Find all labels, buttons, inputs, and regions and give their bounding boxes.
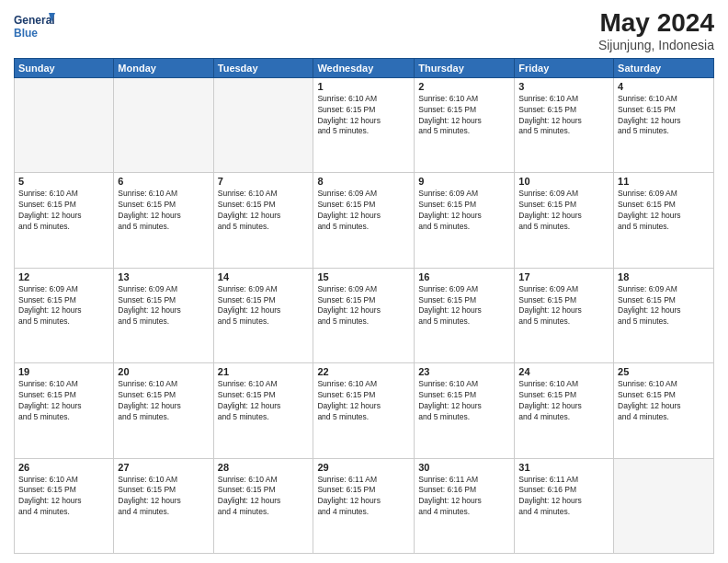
day-info: Sunrise: 6:10 AM Sunset: 6:15 PM Dayligh… [618, 94, 710, 138]
day-number: 13 [118, 271, 209, 282]
day-info: Sunrise: 6:09 AM Sunset: 6:15 PM Dayligh… [118, 284, 209, 328]
day-cell [114, 77, 213, 172]
week-row-1: 1Sunrise: 6:10 AM Sunset: 6:15 PM Daylig… [15, 77, 714, 172]
day-info: Sunrise: 6:09 AM Sunset: 6:15 PM Dayligh… [518, 189, 609, 233]
day-number: 27 [118, 462, 209, 473]
day-info: Sunrise: 6:09 AM Sunset: 6:15 PM Dayligh… [618, 284, 710, 328]
day-info: Sunrise: 6:11 AM Sunset: 6:16 PM Dayligh… [518, 475, 609, 519]
day-info: Sunrise: 6:10 AM Sunset: 6:15 PM Dayligh… [18, 475, 109, 519]
day-info: Sunrise: 6:10 AM Sunset: 6:15 PM Dayligh… [218, 189, 310, 233]
day-info: Sunrise: 6:10 AM Sunset: 6:15 PM Dayligh… [118, 475, 209, 519]
day-cell: 18Sunrise: 6:09 AM Sunset: 6:15 PM Dayli… [614, 268, 714, 362]
day-cell: 22Sunrise: 6:10 AM Sunset: 6:15 PM Dayli… [313, 363, 415, 458]
day-number: 5 [18, 176, 109, 187]
day-cell: 29Sunrise: 6:11 AM Sunset: 6:15 PM Dayli… [313, 458, 415, 553]
day-cell: 13Sunrise: 6:09 AM Sunset: 6:15 PM Dayli… [114, 268, 213, 362]
header-friday: Friday [515, 58, 614, 77]
day-info: Sunrise: 6:10 AM Sunset: 6:15 PM Dayligh… [118, 189, 209, 233]
day-number: 3 [518, 81, 609, 92]
day-number: 1 [317, 81, 410, 92]
header-thursday: Thursday [415, 58, 515, 77]
day-info: Sunrise: 6:10 AM Sunset: 6:15 PM Dayligh… [518, 94, 609, 138]
day-cell [15, 77, 114, 172]
day-info: Sunrise: 6:10 AM Sunset: 6:15 PM Dayligh… [218, 379, 310, 423]
svg-text:Blue: Blue [14, 27, 38, 40]
day-cell: 4Sunrise: 6:10 AM Sunset: 6:15 PM Daylig… [614, 77, 714, 172]
day-number: 24 [518, 366, 609, 377]
day-number: 10 [518, 176, 609, 187]
day-info: Sunrise: 6:09 AM Sunset: 6:15 PM Dayligh… [418, 189, 510, 233]
week-row-2: 5Sunrise: 6:10 AM Sunset: 6:15 PM Daylig… [15, 173, 714, 268]
day-number: 14 [218, 271, 310, 282]
day-cell: 15Sunrise: 6:09 AM Sunset: 6:15 PM Dayli… [313, 268, 415, 362]
header-saturday: Saturday [614, 58, 714, 77]
day-info: Sunrise: 6:09 AM Sunset: 6:15 PM Dayligh… [317, 189, 410, 233]
day-info: Sunrise: 6:10 AM Sunset: 6:15 PM Dayligh… [317, 94, 410, 138]
day-cell: 24Sunrise: 6:10 AM Sunset: 6:15 PM Dayli… [515, 363, 614, 458]
week-row-3: 12Sunrise: 6:09 AM Sunset: 6:15 PM Dayli… [15, 268, 714, 362]
calendar-table: Sunday Monday Tuesday Wednesday Thursday… [14, 58, 714, 554]
weekday-header-row: Sunday Monday Tuesday Wednesday Thursday… [15, 58, 714, 77]
day-info: Sunrise: 6:10 AM Sunset: 6:15 PM Dayligh… [18, 379, 109, 423]
header-sunday: Sunday [15, 58, 114, 77]
day-cell: 17Sunrise: 6:09 AM Sunset: 6:15 PM Dayli… [515, 268, 614, 362]
day-number: 16 [418, 271, 510, 282]
day-info: Sunrise: 6:10 AM Sunset: 6:15 PM Dayligh… [218, 475, 310, 519]
page: General Blue May 2024 Sijunjung, Indones… [0, 0, 728, 563]
day-info: Sunrise: 6:10 AM Sunset: 6:15 PM Dayligh… [418, 94, 510, 138]
day-cell: 27Sunrise: 6:10 AM Sunset: 6:15 PM Dayli… [114, 458, 213, 553]
day-number: 25 [618, 366, 710, 377]
day-number: 18 [618, 271, 710, 282]
header-monday: Monday [114, 58, 213, 77]
day-info: Sunrise: 6:09 AM Sunset: 6:15 PM Dayligh… [618, 189, 710, 233]
day-cell [614, 458, 714, 553]
day-cell: 21Sunrise: 6:10 AM Sunset: 6:15 PM Dayli… [213, 363, 313, 458]
day-number: 12 [18, 271, 109, 282]
day-cell: 19Sunrise: 6:10 AM Sunset: 6:15 PM Dayli… [15, 363, 114, 458]
day-cell: 6Sunrise: 6:10 AM Sunset: 6:15 PM Daylig… [114, 173, 213, 268]
day-number: 30 [418, 462, 510, 473]
day-number: 7 [218, 176, 310, 187]
day-cell: 23Sunrise: 6:10 AM Sunset: 6:15 PM Dayli… [415, 363, 515, 458]
logo-svg: General Blue [14, 9, 55, 44]
day-cell: 12Sunrise: 6:09 AM Sunset: 6:15 PM Dayli… [15, 268, 114, 362]
day-info: Sunrise: 6:11 AM Sunset: 6:16 PM Dayligh… [418, 475, 510, 519]
day-number: 20 [118, 366, 209, 377]
day-info: Sunrise: 6:09 AM Sunset: 6:15 PM Dayligh… [317, 284, 410, 328]
day-cell: 7Sunrise: 6:10 AM Sunset: 6:15 PM Daylig… [213, 173, 313, 268]
day-cell: 31Sunrise: 6:11 AM Sunset: 6:16 PM Dayli… [515, 458, 614, 553]
day-cell: 9Sunrise: 6:09 AM Sunset: 6:15 PM Daylig… [415, 173, 515, 268]
header-tuesday: Tuesday [213, 58, 313, 77]
day-number: 2 [418, 81, 510, 92]
day-info: Sunrise: 6:10 AM Sunset: 6:15 PM Dayligh… [518, 379, 609, 423]
day-number: 29 [317, 462, 410, 473]
day-cell: 25Sunrise: 6:10 AM Sunset: 6:15 PM Dayli… [614, 363, 714, 458]
day-info: Sunrise: 6:10 AM Sunset: 6:15 PM Dayligh… [118, 379, 209, 423]
day-info: Sunrise: 6:10 AM Sunset: 6:15 PM Dayligh… [618, 379, 710, 423]
day-number: 21 [218, 366, 310, 377]
day-number: 22 [317, 366, 410, 377]
month-year: May 2024 [598, 9, 714, 38]
day-info: Sunrise: 6:10 AM Sunset: 6:15 PM Dayligh… [18, 189, 109, 233]
title-block: May 2024 Sijunjung, Indonesia [598, 9, 714, 52]
day-cell: 10Sunrise: 6:09 AM Sunset: 6:15 PM Dayli… [515, 173, 614, 268]
day-number: 4 [618, 81, 710, 92]
day-info: Sunrise: 6:09 AM Sunset: 6:15 PM Dayligh… [518, 284, 609, 328]
day-cell: 20Sunrise: 6:10 AM Sunset: 6:15 PM Dayli… [114, 363, 213, 458]
day-number: 11 [618, 176, 710, 187]
day-number: 23 [418, 366, 510, 377]
svg-text:General: General [14, 14, 55, 27]
day-number: 9 [418, 176, 510, 187]
day-number: 6 [118, 176, 209, 187]
day-cell: 28Sunrise: 6:10 AM Sunset: 6:15 PM Dayli… [213, 458, 313, 553]
day-cell: 26Sunrise: 6:10 AM Sunset: 6:15 PM Dayli… [15, 458, 114, 553]
day-cell: 1Sunrise: 6:10 AM Sunset: 6:15 PM Daylig… [313, 77, 415, 172]
day-info: Sunrise: 6:10 AM Sunset: 6:15 PM Dayligh… [418, 379, 510, 423]
day-cell: 2Sunrise: 6:10 AM Sunset: 6:15 PM Daylig… [415, 77, 515, 172]
day-info: Sunrise: 6:10 AM Sunset: 6:15 PM Dayligh… [317, 379, 410, 423]
day-number: 26 [18, 462, 109, 473]
day-number: 19 [18, 366, 109, 377]
day-number: 15 [317, 271, 410, 282]
header-wednesday: Wednesday [313, 58, 415, 77]
day-info: Sunrise: 6:11 AM Sunset: 6:15 PM Dayligh… [317, 475, 410, 519]
